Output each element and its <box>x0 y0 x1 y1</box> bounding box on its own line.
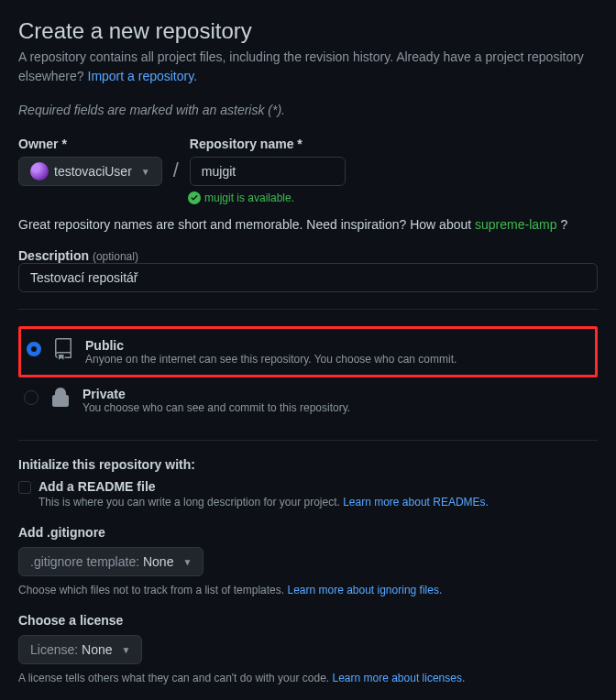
avatar <box>30 162 49 180</box>
lock-icon <box>50 387 72 409</box>
gitignore-help: Choose which files not to track from a l… <box>18 584 598 596</box>
description-label: Description (optional) <box>18 248 138 263</box>
private-title: Private <box>82 387 350 401</box>
initialize-heading: Initialize this repository with: <box>18 457 598 472</box>
name-inspiration: Great repository names are short and mem… <box>18 217 598 232</box>
repo-name-input[interactable] <box>190 157 346 186</box>
gitignore-heading: Add .gitignore <box>18 525 598 540</box>
slash-separator: / <box>171 159 181 186</box>
gitignore-learn-more-link[interactable]: Learn more about ignoring files. <box>287 584 442 596</box>
private-desc: You choose who can see and commit to thi… <box>82 401 350 414</box>
public-title: Public <box>85 338 456 353</box>
owner-select[interactable]: testovaciUser ▼ <box>18 157 162 186</box>
readme-label: Add a README file <box>38 479 156 494</box>
required-fields-note: Required fields are marked with an aster… <box>18 101 598 120</box>
readme-checkbox[interactable] <box>18 481 31 494</box>
license-heading: Choose a license <box>18 613 598 628</box>
visibility-public-option[interactable]: Public Anyone on the internet can see th… <box>18 326 598 377</box>
owner-label: Owner * <box>18 137 162 151</box>
visibility-private-option[interactable]: Private You choose who can see and commi… <box>18 377 598 423</box>
license-select[interactable]: License: None ▼ <box>18 635 142 664</box>
public-radio[interactable] <box>27 342 41 356</box>
readme-desc: This is where you can write a long descr… <box>38 496 598 509</box>
availability-status: mujgit is available. <box>188 191 598 204</box>
page-subtitle: A repository contains all project files,… <box>18 48 598 86</box>
repo-name-label: Repository name * <box>190 137 346 151</box>
chevron-down-icon: ▼ <box>141 167 150 177</box>
license-help: A license tells others what they can and… <box>18 672 598 684</box>
check-circle-icon <box>188 191 201 204</box>
import-repository-link[interactable]: Import a repository. <box>88 69 198 83</box>
divider <box>18 309 598 310</box>
divider <box>18 440 598 441</box>
page-title: Create a new repository <box>18 18 598 44</box>
chevron-down-icon: ▼ <box>182 557 192 567</box>
public-desc: Anyone on the internet can see this repo… <box>85 353 456 366</box>
chevron-down-icon: ▼ <box>122 645 131 655</box>
repo-icon <box>52 338 74 360</box>
gitignore-select[interactable]: .gitignore template: None ▼ <box>18 547 204 576</box>
private-radio[interactable] <box>24 390 38 405</box>
readme-learn-more-link[interactable]: Learn more about READMEs. <box>343 496 489 509</box>
description-input[interactable] <box>18 263 598 292</box>
license-learn-more-link[interactable]: Learn more about licenses. <box>333 672 466 684</box>
name-suggestion[interactable]: supreme-lamp <box>475 217 556 232</box>
